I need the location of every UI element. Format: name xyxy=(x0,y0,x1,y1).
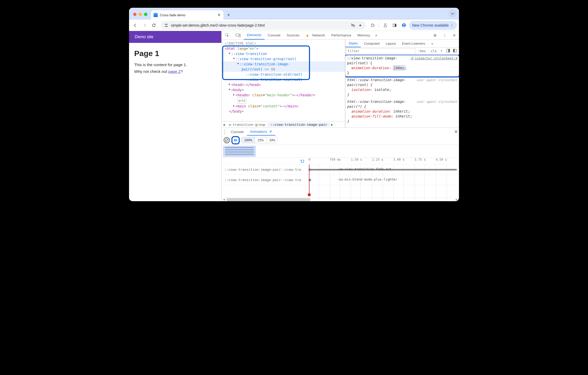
el-ellipsis-icon[interactable]: ⋯ xyxy=(222,61,223,65)
tab-console[interactable]: Console xyxy=(265,31,284,40)
extensions-icon[interactable] xyxy=(368,21,377,29)
breadcrumb-left-icon[interactable]: ◀ xyxy=(222,123,226,127)
profile-icon[interactable] xyxy=(400,21,408,29)
page-p2: Why not check out page 2? xyxy=(134,69,216,74)
tab-title: Cross fade demo xyxy=(160,13,215,17)
rule3-prop2: animation-fill-mode: inherit; xyxy=(347,114,457,119)
eye-off-icon[interactable] xyxy=(350,23,356,28)
svg-rect-14 xyxy=(448,49,450,52)
el-body-close: </body> xyxy=(222,109,345,114)
styles-filter-row: :hov .cls ＋ xyxy=(345,48,459,55)
forward-button[interactable] xyxy=(140,21,149,29)
rule-source-link[interactable]: inspector-stylesheet:4 xyxy=(410,56,457,61)
el-main[interactable]: <main class="content">⋯</main> xyxy=(222,104,345,109)
page-h1: Page 1 xyxy=(134,49,216,58)
inspect-icon[interactable] xyxy=(222,31,232,40)
tab-sources[interactable]: Sources xyxy=(284,31,303,40)
hov-toggle[interactable]: :hov xyxy=(417,49,427,53)
close-animations-icon[interactable]: ✕ xyxy=(269,129,272,134)
el-vt[interactable]: ::view-transition xyxy=(222,51,345,56)
render-panel-icon[interactable] xyxy=(452,49,457,53)
animation-timeline[interactable]: 0750 ms1.50 s2.25 s3.00 s3.75 s4.50 s ::… xyxy=(222,158,459,201)
el-vt-group[interactable]: ::view-transition-group(root) xyxy=(222,56,345,61)
speed-10[interactable]: 10% xyxy=(267,137,278,143)
tab-search-button[interactable] xyxy=(449,10,456,18)
panel-icon[interactable] xyxy=(390,21,399,29)
drawer-tab-animations[interactable]: Animations ✕ xyxy=(247,128,275,136)
site-settings-icon[interactable] xyxy=(164,23,169,27)
stab-styles[interactable]: Styles xyxy=(345,40,361,47)
crumb-group[interactable]: w-transition-group xyxy=(226,123,268,127)
tabs-overflow-icon[interactable]: » xyxy=(373,31,379,40)
el-grid-badge[interactable]: grid xyxy=(222,98,345,104)
reload-button[interactable] xyxy=(150,21,158,29)
rule-ua1[interactable]: user agent stylesheet html::view-transit… xyxy=(347,77,457,97)
drawer-scrollbar[interactable]: ◀ ▶ xyxy=(222,198,459,201)
new-rule-icon[interactable]: ＋ xyxy=(439,49,444,53)
drawer-tab-console[interactable]: Console xyxy=(228,128,247,136)
content-area: Demo site Page 1 This is the content for… xyxy=(129,31,459,201)
svg-rect-12 xyxy=(239,34,240,37)
tab-elements[interactable]: Elements xyxy=(244,31,265,40)
animation-group-thumb[interactable] xyxy=(223,146,256,157)
settings-gear-icon[interactable]: ⚙ xyxy=(430,31,440,40)
stab-layout[interactable]: Layout xyxy=(382,40,399,47)
drawer-kebab-icon[interactable]: ⋮ xyxy=(222,129,228,135)
page-link[interactable]: page 2 xyxy=(168,69,180,74)
rule-inspector[interactable]: inspector-stylesheet:4 ::view-transition… xyxy=(347,56,457,75)
rule-ua2[interactable]: user agent stylesheet html::view-transit… xyxy=(347,99,457,124)
clear-icon[interactable] xyxy=(224,137,230,143)
update-pill[interactable]: New Chrome available ⋮ xyxy=(409,21,457,30)
rule1-prop[interactable]: animation-duration: 100ms; xyxy=(347,66,457,71)
device-toggle-icon[interactable] xyxy=(232,31,244,40)
drawer-close-icon[interactable]: ✕ xyxy=(453,129,459,135)
back-button[interactable] xyxy=(131,21,139,29)
animation-track-1[interactable]: ::view-transition-image-pair::view-tra -… xyxy=(222,165,459,175)
window-controls[interactable] xyxy=(133,13,147,16)
flask-icon[interactable] xyxy=(381,21,389,29)
computed-panel-icon[interactable] xyxy=(446,49,451,53)
el-vt-old[interactable]: ::view-transition-old(root) xyxy=(222,72,345,77)
el-head[interactable]: <head>⋯</head> xyxy=(222,82,345,87)
tab-memory[interactable]: Memory xyxy=(354,31,373,40)
speed-100[interactable]: 100% xyxy=(242,137,255,143)
speed-25[interactable]: 25% xyxy=(255,137,266,143)
breadcrumb-right-icon[interactable]: ▶ xyxy=(330,123,334,127)
speed-group: 100% 25% 10% xyxy=(241,137,278,143)
el-vt-image-pair-2[interactable]: pair(root) == $0 xyxy=(222,67,345,72)
el-html[interactable]: <html lang="en"> xyxy=(222,46,345,51)
close-tab-icon[interactable]: ✕ xyxy=(217,13,221,17)
devtools-kebab-icon[interactable]: ⋮ xyxy=(440,31,450,40)
el-vt-new[interactable]: ::view-transition-new(root) xyxy=(222,77,345,82)
svg-rect-19 xyxy=(234,139,235,142)
tab-performance[interactable]: Performance xyxy=(328,31,354,40)
stab-computed[interactable]: Computed xyxy=(361,40,382,47)
drawer: ⋮ Console Animations ✕ ✕ 100% 25% 10% xyxy=(222,128,459,201)
devtools-close-icon[interactable]: ✕ xyxy=(450,31,459,40)
address-bar[interactable]: simple-set-demos.glitch.me/2-slow-cross-… xyxy=(161,21,366,30)
el-vt-image-pair[interactable]: ::view-transition-image- xyxy=(222,61,345,67)
rule2-ua: user agent stylesheet xyxy=(417,77,457,82)
cls-toggle[interactable]: .cls xyxy=(428,49,438,53)
play-pause-button[interactable] xyxy=(231,136,240,144)
el-header[interactable]: <header class="main-header">⋯</header> xyxy=(222,92,345,98)
browser-tab[interactable]: Cross fade demo ✕ xyxy=(151,10,223,20)
tab-network[interactable]: ▲ Network xyxy=(303,31,328,40)
crumb-image-pair[interactable]: ::view-transition-image-pair xyxy=(268,123,330,127)
devtools-panel: Elements Console Sources ▲ Network Perfo… xyxy=(221,31,459,201)
browser-window: Cross fade demo ✕ + simple-set-demos.gli… xyxy=(129,8,459,201)
rule2-prop: isolation: isolate; xyxy=(347,87,457,92)
animation-thumbnails xyxy=(222,145,459,158)
update-pill-label: New Chrome available xyxy=(412,23,449,27)
stab-eventlisteners[interactable]: Event Listeners xyxy=(399,40,428,47)
bookmark-star-icon[interactable]: ★ xyxy=(358,23,363,27)
el-body[interactable]: <body> xyxy=(222,87,345,92)
replay-icon[interactable] xyxy=(300,158,305,164)
stab-overflow-icon[interactable]: » xyxy=(428,40,436,47)
styles-filter-input[interactable] xyxy=(346,48,415,54)
elements-tree[interactable]: <!DOCTYPE html> <html lang="en"> ::view-… xyxy=(222,40,345,128)
svg-point-5 xyxy=(166,26,167,27)
animation-track-2[interactable]: ::view-transition-image-pair::view-tra -… xyxy=(222,175,459,185)
playhead[interactable] xyxy=(309,165,310,195)
new-tab-button[interactable]: + xyxy=(225,11,232,19)
